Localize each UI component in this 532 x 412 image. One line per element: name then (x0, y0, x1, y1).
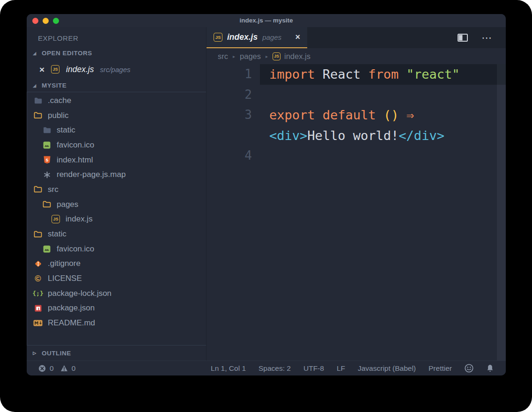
open-editor-item[interactable]: ×JSindex.jssrc/pages (27, 59, 206, 79)
braces-icon: {;} (33, 289, 43, 298)
tab-close-icon[interactable]: × (295, 32, 300, 42)
tree-item-readme-md[interactable]: README.md (27, 316, 206, 331)
npm-icon (33, 303, 43, 313)
code-token (376, 108, 384, 122)
tab-bar: JS index.js pages × ⋯ (207, 27, 506, 48)
line-content: import React from "react" (260, 64, 506, 85)
close-window-button[interactable] (32, 18, 38, 24)
vscode-window: index.js — mysite EXPLORER ◢ OPEN EDITOR… (27, 14, 506, 375)
more-actions-icon[interactable]: ⋯ (481, 33, 492, 43)
close-editor-icon[interactable]: × (39, 65, 44, 74)
folder-closed-icon (42, 125, 52, 135)
status-encoding[interactable]: UTF-8 (303, 364, 324, 373)
breadcrumb-separator-icon: ▸ (266, 54, 268, 59)
code-line-2: 2 (207, 85, 506, 105)
tree-item-label: static (57, 125, 75, 135)
tree-item-pages[interactable]: pages (27, 197, 206, 212)
sourcemap-icon (42, 170, 52, 179)
js-icon: JS (51, 214, 60, 224)
folder-open-icon (33, 185, 43, 194)
tree-item-label: public (48, 111, 68, 120)
code-token: default (323, 108, 376, 122)
warning-icon (60, 365, 68, 372)
code-line-1: 1import React from "react" (207, 64, 506, 85)
line-number: 2 (207, 85, 252, 105)
folder-closed-icon (33, 96, 43, 105)
open-editors-label: OPEN EDITORS (42, 50, 92, 57)
markdown-icon (33, 318, 43, 328)
open-editor-path: src/pages (100, 66, 130, 74)
notifications-bell-icon[interactable] (486, 364, 494, 373)
code-token: "react" (406, 67, 460, 81)
tree-item-favicon-ico[interactable]: favicon.ico (27, 242, 206, 257)
zoom-window-button[interactable] (53, 18, 59, 24)
tree-item-favicon-ico[interactable]: favicon.ico (27, 138, 206, 153)
tree-item-render-page-js-map[interactable]: render-page.js.map (27, 167, 206, 182)
js-file-icon: JS (273, 52, 281, 60)
minimize-window-button[interactable] (43, 18, 49, 24)
line-content (260, 85, 506, 105)
open-editors-header[interactable]: ◢ OPEN EDITORS (27, 47, 206, 59)
window-title: index.js — mysite (27, 14, 506, 27)
status-eol[interactable]: LF (337, 364, 345, 373)
tab-index-js[interactable]: JS index.js pages × (207, 27, 307, 48)
tree-item--cache[interactable]: .cache (27, 93, 206, 108)
screenshot-canvas: index.js — mysite EXPLORER ◢ OPEN EDITOR… (0, 0, 532, 412)
breadcrumb-item-pages[interactable]: pages (240, 52, 261, 61)
project-section-header[interactable]: ◢ MYSITE (27, 79, 206, 92)
image-icon (42, 140, 52, 150)
code-token: from (368, 67, 399, 81)
tree-item--gitignore[interactable]: .gitignore (27, 257, 206, 272)
project-section-label: MYSITE (42, 82, 66, 89)
breadcrumb-item-index-js[interactable]: JSindex.js (273, 52, 310, 61)
code-token (399, 67, 406, 81)
split-editor-icon[interactable] (458, 34, 468, 42)
tree-item-static[interactable]: static (27, 123, 206, 138)
status-formatter[interactable]: Prettier (429, 364, 452, 373)
feedback-smiley-icon[interactable] (465, 364, 473, 373)
editor-scrollbar[interactable] (497, 64, 506, 360)
line-number: 3 (207, 105, 252, 125)
window-controls (32, 18, 59, 24)
problems-indicator[interactable]: 0 0 (38, 364, 75, 373)
explorer-title: EXPLORER (27, 27, 206, 47)
code-line-4: 4 (207, 146, 506, 166)
outline-section-header[interactable]: ▷ OUTLINE (27, 346, 206, 360)
license-icon: © (33, 274, 43, 283)
tree-item-index-js[interactable]: JSindex.js (27, 212, 206, 227)
tree-item-src[interactable]: src (27, 182, 206, 197)
editor-actions: ⋯ (458, 27, 506, 48)
tree-item-label: package-lock.json (48, 289, 111, 298)
folder-open-icon (42, 200, 52, 209)
js-file-icon: JS (214, 33, 222, 42)
code-token: React (315, 67, 369, 81)
tree-item-index-html[interactable]: 5index.html (27, 153, 206, 168)
tree-item-label: index.html (57, 155, 93, 165)
folder-open-icon (33, 111, 43, 120)
chevron-expanded-icon: ◢ (32, 83, 37, 88)
line-content: export default () ⇒ (260, 105, 506, 125)
tree-item-license[interactable]: ©LICENSE (27, 271, 206, 286)
status-language-mode[interactable]: Javascript (Babel) (358, 364, 416, 373)
tree-item-package-json[interactable]: package.json (27, 301, 206, 316)
tree-item-label: README.md (48, 318, 95, 328)
tree-item-label: index.js (66, 214, 93, 224)
tree-item-package-lock-json[interactable]: {;}package-lock.json (27, 286, 206, 301)
tree-item-label: LICENSE (48, 274, 82, 283)
tab-folder-hint: pages (262, 33, 281, 41)
tree-item-label: render-page.js.map (57, 170, 126, 179)
tree-item-public[interactable]: public (27, 108, 206, 123)
tree-item-static[interactable]: static (27, 227, 206, 242)
tree-item-label: favicon.ico (57, 140, 94, 150)
code-line-3: 3export default () ⇒ (207, 105, 506, 125)
tree-item-label: favicon.ico (57, 244, 94, 254)
status-cursor-position[interactable]: Ln 1, Col 1 (211, 364, 246, 373)
status-indentation[interactable]: Spaces: 2 (259, 364, 291, 373)
line-number: 1 (207, 64, 252, 85)
breadcrumb: src▸pages▸JSindex.js (207, 48, 506, 64)
code-editor[interactable]: 1import React from "react"23export defau… (207, 64, 506, 360)
tree-item-label: package.json (48, 303, 95, 313)
workbench: EXPLORER ◢ OPEN EDITORS ×JSindex.jssrc/p… (27, 27, 506, 360)
breadcrumb-item-src[interactable]: src (218, 52, 228, 61)
breadcrumb-label: index.js (284, 52, 310, 61)
